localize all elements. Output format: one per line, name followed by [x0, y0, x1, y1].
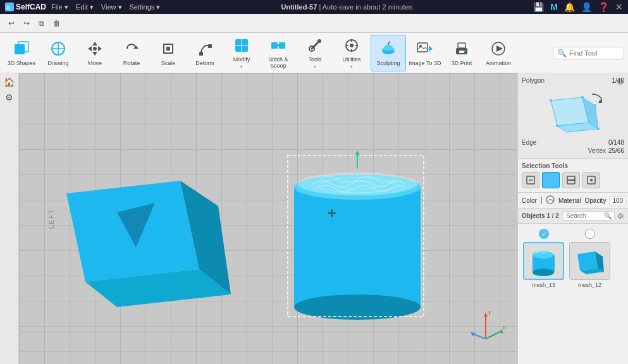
color-picker[interactable]	[541, 197, 542, 204]
viewport-canvas[interactable]: LEFT	[19, 73, 517, 364]
tool-3d-print-label: 3D Print	[452, 61, 472, 67]
horizon-line	[19, 332, 517, 332]
undo-button[interactable]: ↩	[5, 17, 18, 30]
objects-search-input[interactable]	[566, 212, 604, 219]
logo-text: SelfCAD	[16, 3, 46, 11]
tool-sculpting[interactable]: Sculpting	[371, 35, 406, 71]
menu-settings[interactable]: Settings ▾	[130, 3, 161, 11]
tools-arrow: ▾	[314, 64, 316, 70]
svg-point-24	[317, 39, 321, 43]
objects-search[interactable]: 🔍	[563, 211, 615, 221]
objects-section: Objects 1 / 2 🔍 ⚙ ✓	[518, 209, 628, 364]
select-vertex-button[interactable]	[582, 172, 600, 188]
color-label: Color	[522, 197, 537, 204]
tool-rotate-label: Rotate	[123, 61, 140, 67]
search-icon: 🔍	[604, 212, 612, 219]
objects-settings-icon[interactable]: ⚙	[617, 212, 624, 221]
vertex-stat: Vertex 25/66	[522, 147, 624, 154]
polygon-stat: Polygon 1/40	[522, 77, 624, 84]
svg-point-11	[93, 47, 97, 51]
modify-arrow: ▾	[240, 64, 243, 70]
polygon-label: Polygon	[522, 77, 545, 84]
tool-move[interactable]: Move	[77, 35, 113, 71]
panel-settings-icon[interactable]: ⚙	[617, 77, 624, 87]
utilities-icon	[342, 36, 362, 55]
scale-icon	[158, 39, 178, 59]
objects-count-label: Objects 1 / 2	[522, 212, 559, 219]
mesh-12-thumbnail[interactable]	[569, 242, 610, 280]
user-icon[interactable]: 👤	[581, 2, 592, 12]
tool-drawing[interactable]: Drawing	[40, 35, 76, 71]
svg-point-69	[597, 128, 600, 130]
mesh-12-label: mesh_12	[578, 282, 601, 288]
brand-icon[interactable]: M	[550, 2, 558, 12]
svg-rect-20	[271, 42, 278, 49]
cube-object[interactable]	[54, 155, 237, 334]
cylinder-object[interactable]	[281, 149, 452, 341]
search-icon: 🔍	[557, 49, 567, 58]
menu-edit[interactable]: Edit ▾	[76, 3, 94, 11]
svg-rect-14	[166, 47, 170, 51]
tool-3d-shapes[interactable]: 3D Shapes	[4, 35, 39, 71]
tool-stitch-scoop[interactable]: Stitch & Scoop	[261, 35, 296, 71]
tool-tools[interactable]: Tools ▾	[297, 35, 333, 71]
tool-animation[interactable]: Animation	[481, 35, 516, 71]
svg-marker-12	[133, 46, 139, 49]
object-mesh-13[interactable]: ✓ mesh_13	[523, 229, 564, 288]
selection-tools-row	[522, 172, 624, 188]
close-icon[interactable]: ✕	[615, 2, 623, 12]
svg-text:Y: Y	[488, 310, 491, 316]
menu-view[interactable]: View ▾	[101, 3, 122, 11]
tool-drawing-label: Drawing	[47, 61, 68, 67]
3d-shapes-icon	[11, 39, 32, 59]
tool-rotate[interactable]: Rotate	[114, 35, 149, 71]
svg-point-80	[533, 251, 554, 258]
objects-header: Objects 1 / 2 🔍 ⚙	[518, 209, 628, 224]
tool-scale[interactable]: Scale	[151, 35, 186, 71]
topbar-icons: 💾 M 🔔 👤 ❓ ✕	[533, 2, 623, 12]
image-to-3d-icon	[415, 39, 435, 59]
delete-button[interactable]: 🗑	[50, 17, 64, 30]
select-face-button[interactable]	[542, 172, 560, 188]
document-title-bar: Untitled-57 | Auto-save in about 2 minut…	[165, 3, 528, 11]
settings-icon[interactable]: ⚙	[5, 92, 13, 102]
tool-utilities[interactable]: Utilities ▾	[334, 35, 369, 71]
copy-button[interactable]: ⧉	[35, 17, 47, 30]
svg-text:S: S	[6, 4, 10, 11]
svg-rect-73	[547, 176, 555, 184]
tool-modify[interactable]: Modify ▾	[224, 35, 259, 71]
sculpting-icon	[378, 39, 398, 59]
objects-grid: ✓ mesh_13	[518, 224, 628, 293]
tool-move-label: Move	[88, 61, 102, 67]
opacity-value[interactable]: 100	[610, 196, 625, 205]
menu-file[interactable]: File ▾	[51, 3, 68, 11]
edge-label: Edge	[522, 139, 536, 146]
select-edge-button[interactable]	[562, 172, 580, 188]
cursor-indicator: ✛	[328, 207, 336, 219]
svg-rect-2	[15, 44, 25, 54]
mesh-12-circle	[585, 229, 595, 239]
tool-3d-print[interactable]: 3D Print	[444, 35, 479, 71]
3d-print-icon	[452, 39, 472, 59]
select-add-button[interactable]	[522, 172, 539, 188]
redo-button[interactable]: ↪	[20, 17, 33, 30]
tool-3d-shapes-label: 3D Shapes	[8, 61, 36, 67]
svg-point-81	[533, 269, 554, 276]
tool-deform-label: Deform	[195, 61, 214, 67]
object-mesh-12[interactable]: mesh_12	[569, 229, 610, 288]
tool-animation-label: Animation	[486, 61, 511, 67]
drawing-icon	[48, 39, 68, 59]
mesh-13-thumbnail[interactable]	[523, 242, 564, 280]
vertex-label: Vertex	[588, 147, 606, 154]
notification-icon[interactable]: 🔔	[564, 2, 575, 12]
cube-svg	[54, 155, 237, 332]
document-name: Untitled-57	[281, 3, 317, 11]
find-tool-input[interactable]	[569, 49, 620, 57]
tool-image-to-3d[interactable]: Image To 3D	[407, 35, 443, 71]
home-icon[interactable]: 🏠	[4, 77, 15, 87]
svg-line-57	[486, 331, 502, 339]
tool-deform[interactable]: Deform	[187, 35, 223, 71]
help-icon[interactable]: ❓	[598, 2, 609, 12]
find-tool-search[interactable]: 🔍	[553, 47, 624, 59]
save-icon[interactable]: 💾	[533, 2, 544, 12]
